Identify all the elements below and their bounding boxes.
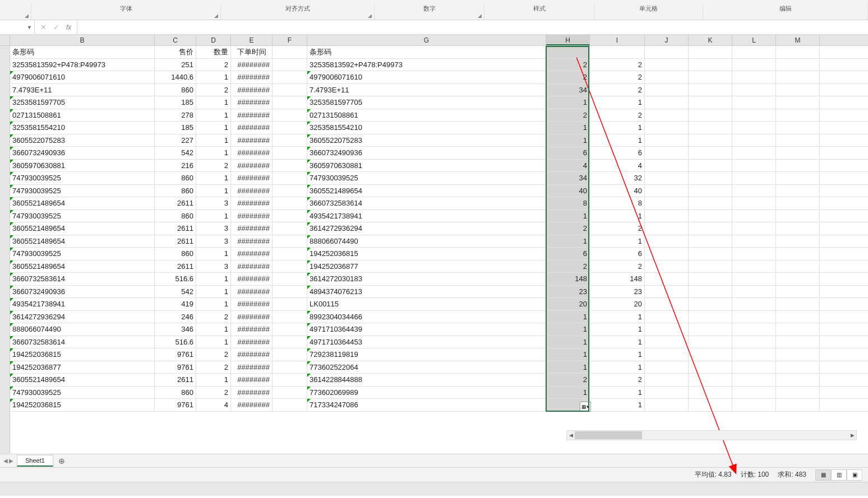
data-cell[interactable]: 2611 <box>155 222 196 235</box>
data-cell[interactable] <box>732 387 776 399</box>
data-cell[interactable] <box>689 323 732 336</box>
data-cell[interactable] <box>689 84 732 96</box>
data-cell[interactable]: 2611 <box>155 235 196 248</box>
data-cell[interactable] <box>645 311 689 323</box>
data-cell[interactable]: 1 <box>546 96 590 109</box>
data-cell[interactable]: 1 <box>590 336 645 348</box>
error-indicator-icon[interactable] <box>10 387 13 390</box>
data-cell[interactable] <box>776 84 820 96</box>
data-cell[interactable] <box>645 298 689 310</box>
data-cell[interactable] <box>273 374 307 386</box>
data-cell[interactable] <box>689 160 732 172</box>
data-cell[interactable] <box>732 399 776 411</box>
header-cell[interactable] <box>546 46 590 58</box>
error-indicator-icon[interactable] <box>10 147 13 150</box>
data-cell[interactable]: 1 <box>546 387 590 399</box>
data-cell[interactable]: 888066074490 <box>307 235 546 248</box>
error-indicator-icon[interactable] <box>10 273 13 276</box>
error-indicator-icon[interactable] <box>307 273 311 276</box>
data-cell[interactable]: 3253581554210 <box>307 122 546 134</box>
data-cell[interactable] <box>732 248 776 260</box>
data-cell[interactable] <box>732 84 776 96</box>
error-indicator-icon[interactable] <box>307 222 311 226</box>
view-pagebreak-button[interactable]: ▣ <box>847 469 862 481</box>
dialog-launcher-icon[interactable]: ◢ <box>25 13 29 18</box>
data-cell[interactable] <box>645 147 689 159</box>
data-cell[interactable]: 860 <box>155 84 196 96</box>
data-cell[interactable] <box>689 197 732 210</box>
data-cell[interactable]: 2 <box>590 374 645 386</box>
data-cell[interactable] <box>645 374 689 386</box>
data-cell[interactable]: 1 <box>196 71 231 83</box>
data-cell[interactable]: 8 <box>546 197 590 210</box>
data-cell[interactable]: 2 <box>546 59 590 71</box>
data-cell[interactable] <box>689 361 732 374</box>
data-cell[interactable]: 8 <box>590 197 645 210</box>
error-indicator-icon[interactable] <box>307 134 311 138</box>
data-cell[interactable]: 3253581597705 <box>10 96 155 109</box>
add-sheet-button[interactable]: ⊕ <box>56 455 68 467</box>
data-cell[interactable]: ######## <box>231 311 273 323</box>
data-cell[interactable] <box>273 210 307 222</box>
data-cell[interactable] <box>776 71 820 83</box>
data-cell[interactable] <box>273 71 307 83</box>
data-cell[interactable]: 2 <box>196 311 231 323</box>
data-cell[interactable] <box>273 235 307 248</box>
column-header[interactable]: I <box>590 35 645 45</box>
data-cell[interactable] <box>776 185 820 197</box>
header-cell[interactable] <box>273 46 307 58</box>
data-cell[interactable] <box>273 273 307 285</box>
data-cell[interactable]: 773602522064 <box>307 361 546 374</box>
data-cell[interactable] <box>776 122 820 134</box>
data-cell[interactable]: 148 <box>590 273 645 285</box>
error-indicator-icon[interactable] <box>307 323 311 327</box>
data-cell[interactable] <box>689 235 732 248</box>
data-cell[interactable]: 3660732583614 <box>10 336 155 348</box>
data-cell[interactable] <box>689 311 732 323</box>
data-cell[interactable] <box>645 59 689 71</box>
data-cell[interactable]: ######## <box>231 96 273 109</box>
data-cell[interactable] <box>645 323 689 336</box>
data-cell[interactable] <box>732 235 776 248</box>
data-cell[interactable]: 185 <box>155 122 196 134</box>
data-cell[interactable]: 32535813592+P478:P49973 <box>307 59 546 71</box>
data-cell[interactable] <box>689 248 732 260</box>
error-indicator-icon[interactable] <box>307 399 311 402</box>
data-cell[interactable]: 3605522075283 <box>10 134 155 147</box>
data-cell[interactable]: 2 <box>590 84 645 96</box>
data-cell[interactable]: 1 <box>590 399 645 411</box>
data-cell[interactable] <box>732 134 776 147</box>
error-indicator-icon[interactable] <box>307 336 311 339</box>
data-cell[interactable] <box>776 248 820 260</box>
data-cell[interactable] <box>645 134 689 147</box>
error-indicator-icon[interactable] <box>10 185 13 188</box>
data-cell[interactable]: 747930039525 <box>10 248 155 260</box>
data-cell[interactable] <box>689 336 732 348</box>
data-cell[interactable]: 1 <box>590 361 645 374</box>
data-cell[interactable] <box>645 260 689 273</box>
data-cell[interactable]: 3605521489654 <box>307 185 546 197</box>
data-cell[interactable]: 3660732490936 <box>10 286 155 298</box>
data-cell[interactable]: 1 <box>546 336 590 348</box>
data-cell[interactable] <box>732 160 776 172</box>
data-cell[interactable]: 773602069989 <box>307 387 546 399</box>
error-indicator-icon[interactable] <box>10 134 13 138</box>
data-cell[interactable] <box>776 273 820 285</box>
data-cell[interactable] <box>689 109 732 122</box>
data-cell[interactable]: ######## <box>231 59 273 71</box>
column-header[interactable]: L <box>732 35 776 45</box>
data-cell[interactable]: ######## <box>231 399 273 411</box>
data-cell[interactable] <box>732 298 776 310</box>
data-cell[interactable]: 1440.6 <box>155 71 196 83</box>
data-cell[interactable] <box>732 185 776 197</box>
data-cell[interactable]: 251 <box>155 59 196 71</box>
error-indicator-icon[interactable] <box>10 399 13 402</box>
data-cell[interactable]: 2 <box>546 222 590 235</box>
data-cell[interactable] <box>273 260 307 273</box>
data-cell[interactable] <box>689 59 732 71</box>
data-cell[interactable] <box>273 336 307 348</box>
view-pagelayout-button[interactable]: ▥ <box>831 469 847 481</box>
data-cell[interactable] <box>645 387 689 399</box>
data-cell[interactable] <box>776 134 820 147</box>
data-cell[interactable] <box>645 160 689 172</box>
